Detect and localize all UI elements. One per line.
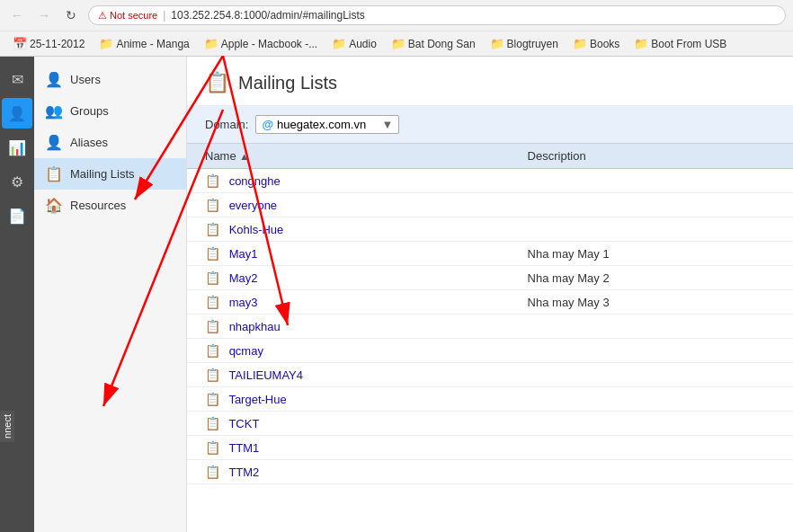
table-row[interactable]: 📋 Target-Hue [187, 387, 793, 412]
table-row[interactable]: 📋 TCKT [187, 412, 793, 436]
row-name[interactable]: 📋 TAILIEUMAY4 [187, 363, 510, 387]
browser-toolbar: ← → ↻ ⚠ Not secure | 103.252.254.8:1000/… [0, 0, 793, 31]
row-name[interactable]: 📋 Target-Hue [187, 387, 510, 412]
row-name[interactable]: 📋 May2 [187, 266, 510, 290]
back-button[interactable]: ← [7, 5, 27, 25]
row-name-link[interactable]: Kohls-Hue [229, 223, 284, 236]
bookmark-item[interactable]: 📁Apple - Macbook -... [199, 35, 323, 52]
row-name[interactable]: 📋 Kohls-Hue [187, 217, 510, 242]
row-name[interactable]: 📋 TTM1 [187, 436, 510, 460]
mailing-list-icon: 📋 [205, 343, 220, 358]
sidebar-icon: 🏠 [45, 197, 63, 214]
bookmarks-bar: 📅25-11-2012📁Anime - Manga📁Apple - Macboo… [0, 31, 793, 56]
row-name-link[interactable]: TCKT [228, 417, 259, 430]
mailing-list-icon: 📋 [205, 465, 220, 479]
bookmark-label: Blogtruyen [507, 38, 558, 50]
bookmark-item[interactable]: 📁Blogtruyen [485, 35, 564, 52]
bookmark-item[interactable]: 📁Books [567, 35, 625, 52]
sidebar-item-mailing-lists[interactable]: 📋Mailing Lists [34, 158, 186, 190]
row-name-link[interactable]: everyone [229, 199, 277, 212]
row-name-link[interactable]: TTM1 [228, 441, 259, 455]
table-row[interactable]: 📋 TTM1 [187, 436, 793, 460]
row-name[interactable]: 📋 congnghe [187, 169, 510, 193]
row-name-link[interactable]: May1 [229, 247, 258, 261]
row-description: Nha may May 1 [510, 242, 793, 266]
reload-button[interactable]: ↻ [61, 5, 81, 25]
separator: | [163, 9, 165, 22]
row-name-link[interactable]: nhapkhau [229, 320, 281, 333]
domain-select[interactable]: @ huegatex.com.vn ▼ [255, 115, 399, 134]
col-description: Description [510, 144, 793, 169]
address-bar[interactable]: ⚠ Not secure | 103.252.254.8:1000/admin/… [88, 5, 786, 25]
table-row[interactable]: 📋 TAILIEUMAY4 [187, 363, 793, 387]
row-name-link[interactable]: may3 [229, 296, 258, 309]
bookmark-label: Apple - Macbook -... [221, 38, 317, 50]
page-title: Mailing Lists [238, 73, 337, 93]
bookmark-label: Bat Dong San [408, 38, 476, 50]
row-description [510, 217, 793, 242]
app-layout: ✉ 👤 📊 ⚙ 📄 👤Users👥Groups👤Aliases📋Mailing … [0, 57, 793, 532]
mailing-list-icon: 📋 [205, 368, 220, 382]
forward-button[interactable]: → [34, 5, 54, 25]
table-row[interactable]: 📋 May1 Nha may May 1 [187, 242, 793, 266]
table-row[interactable]: 📋 qcmay [187, 339, 793, 363]
sidebar-item-groups[interactable]: 👥Groups [34, 95, 186, 127]
bookmark-item[interactable]: 📁Anime - Manga [94, 35, 194, 52]
sidebar-item-resources[interactable]: 🏠Resources [34, 190, 186, 221]
bookmark-item[interactable]: 📁Audio [326, 35, 382, 52]
row-name[interactable]: 📋 everyone [187, 193, 510, 217]
table-row[interactable]: 📋 May2 Nha may May 2 [187, 266, 793, 290]
main-content: 📋 Mailing Lists Domain: @ huegatex.com.v… [187, 57, 793, 532]
row-description [510, 363, 793, 387]
row-name[interactable]: 📋 qcmay [187, 339, 510, 363]
icon-bar-mail[interactable]: ✉ [2, 64, 32, 94]
table-row[interactable]: 📋 may3 Nha may May 3 [187, 290, 793, 315]
table-row[interactable]: 📋 Kohls-Hue [187, 217, 793, 242]
row-name-link[interactable]: qcmay [229, 344, 263, 358]
mailing-list-icon: 📋 [205, 246, 220, 261]
table-row[interactable]: 📋 congnghe [187, 169, 793, 193]
row-name[interactable]: 📋 TTM2 [187, 460, 510, 484]
row-name-link[interactable]: congnghe [229, 174, 281, 188]
sidebar-item-users[interactable]: 👤Users [34, 64, 186, 95]
sidebar: 👤Users👥Groups👤Aliases📋Mailing Lists🏠Reso… [34, 57, 187, 532]
row-name-link[interactable]: May2 [229, 271, 258, 285]
mailing-list-icon: 📋 [205, 319, 220, 333]
url-text: 103.252.254.8:1000/admin/#mailingLists [171, 9, 364, 22]
table-row[interactable]: 📋 TTM2 [187, 460, 793, 484]
row-name-link[interactable]: TAILIEUMAY4 [228, 368, 303, 382]
page-header: 📋 Mailing Lists [187, 57, 793, 106]
row-name[interactable]: 📋 nhapkhau [187, 315, 510, 339]
icon-bar-stats[interactable]: 📊 [2, 132, 32, 163]
col-name[interactable]: Name ▲ [187, 144, 510, 169]
connect-tab[interactable]: nnect [0, 411, 14, 442]
icon-bar: ✉ 👤 📊 ⚙ 📄 [0, 57, 34, 532]
bookmark-item[interactable]: 📅25-11-2012 [7, 35, 90, 52]
mailing-list-icon: 📋 [205, 173, 220, 188]
mailing-list-icon: 📋 [205, 392, 220, 406]
not-secure-indicator: ⚠ Not secure [98, 10, 157, 22]
icon-bar-docs[interactable]: 📄 [2, 200, 32, 231]
table-row[interactable]: 📋 everyone [187, 193, 793, 217]
row-description [510, 193, 793, 217]
sidebar-item-aliases[interactable]: 👤Aliases [34, 127, 186, 158]
sidebar-label: Mailing Lists [70, 167, 135, 181]
bookmark-item[interactable]: 📁Boot From USB [628, 35, 732, 52]
row-name-link[interactable]: Target-Hue [228, 393, 286, 406]
table-row[interactable]: 📋 nhapkhau [187, 315, 793, 339]
sidebar-label: Resources [70, 199, 126, 212]
icon-bar-users[interactable]: 👤 [2, 98, 32, 129]
select-arrow-icon: ▼ [382, 118, 394, 131]
bookmark-item[interactable]: 📁Bat Dong San [386, 35, 481, 52]
row-name[interactable]: 📋 TCKT [187, 412, 510, 436]
row-description [510, 339, 793, 363]
mailing-list-icon: 📋 [205, 416, 220, 430]
row-description [510, 460, 793, 484]
row-name-link[interactable]: TTM2 [228, 466, 259, 479]
sidebar-icon: 👤 [45, 71, 63, 88]
row-name[interactable]: 📋 may3 [187, 290, 510, 315]
folder-icon: 📁 [332, 37, 346, 50]
folder-icon: 📁 [573, 37, 587, 50]
row-name[interactable]: 📋 May1 [187, 242, 510, 266]
icon-bar-settings[interactable]: ⚙ [2, 166, 32, 197]
